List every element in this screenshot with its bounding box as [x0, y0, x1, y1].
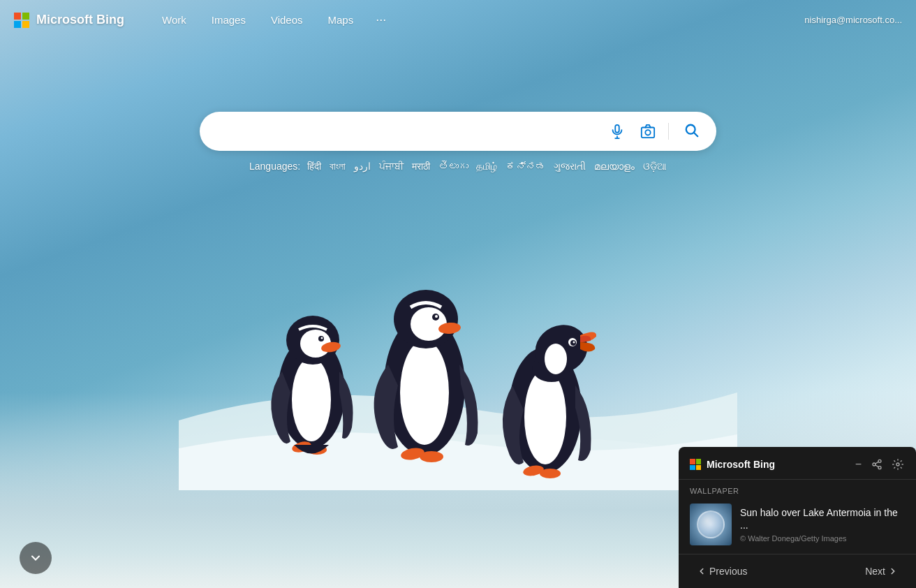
lang-punjabi[interactable]: ਪੰਜਾਬੀ — [379, 161, 404, 172]
lang-kannada[interactable]: ಕನ್ನಡ — [505, 161, 545, 172]
svg-point-22 — [524, 369, 566, 464]
svg-line-37 — [694, 132, 698, 136]
svg-point-14 — [411, 307, 447, 341]
brand-name: Microsoft Bing — [36, 13, 124, 27]
lang-tamil[interactable]: தமிழ் — [476, 161, 497, 172]
search-divider — [668, 123, 669, 140]
lang-hindi[interactable]: हिंदी — [307, 161, 321, 172]
next-wallpaper-button[interactable]: Next — [858, 561, 905, 581]
info-card: Microsoft Bing − WALL — [679, 447, 916, 588]
nav-images[interactable]: Images — [202, 8, 256, 31]
languages-bar: Languages: हिंदी বাংলা اردو ਪੰਜਾਬੀ मराठी… — [249, 161, 667, 172]
chevron-left-icon — [697, 566, 707, 576]
wallpaper-title: Sun halo over Lake Antermoia in the ... — [740, 506, 905, 531]
lang-odia[interactable]: ଓଡ଼ିଆ — [643, 161, 667, 172]
image-search-button[interactable] — [637, 121, 658, 142]
lang-urdu[interactable]: اردو — [354, 161, 371, 172]
voice-search-button[interactable] — [607, 121, 628, 142]
logo-yellow — [22, 21, 29, 28]
info-card-settings-button[interactable] — [891, 457, 905, 471]
svg-point-2 — [292, 358, 331, 441]
share-icon — [871, 459, 882, 470]
nav-videos[interactable]: Videos — [261, 8, 313, 31]
lang-gujarati[interactable]: ગુજરાતી — [554, 161, 586, 172]
svg-point-12 — [400, 340, 449, 445]
wallpaper-info: Sun halo over Lake Antermoia in the ... … — [679, 499, 916, 554]
lang-marathi[interactable]: मराठी — [412, 161, 430, 172]
microsoft-logo — [14, 13, 29, 28]
previous-button-label: Previous — [709, 566, 747, 577]
lang-telugu[interactable]: తెలుగు — [438, 161, 468, 172]
svg-point-30 — [540, 469, 561, 478]
scroll-down-button[interactable] — [20, 542, 52, 574]
svg-point-35 — [645, 130, 650, 135]
nav-more-button[interactable]: ··· — [369, 8, 393, 31]
svg-point-28 — [573, 341, 575, 344]
search-input[interactable] — [211, 124, 607, 139]
svg-point-17 — [435, 315, 438, 318]
info-card-minimize-button[interactable]: − — [854, 457, 863, 472]
next-button-label: Next — [865, 566, 885, 577]
minimize-icon: − — [855, 458, 862, 471]
svg-rect-34 — [642, 128, 654, 138]
wallpaper-thumb-inner — [697, 510, 725, 538]
info-card-logo — [690, 459, 701, 470]
languages-label: Languages: — [249, 161, 300, 172]
search-area: Languages: हिंदी বাংলা اردو ਪੰਜਾਬੀ मराठी… — [200, 112, 716, 172]
wallpaper-credit: © Walter Donega/Getty Images — [740, 534, 905, 543]
wallpaper-section-label: WALLPAPER — [679, 480, 916, 499]
info-card-share-button[interactable] — [870, 457, 884, 471]
search-icons — [607, 120, 705, 143]
gear-icon — [892, 459, 903, 470]
svg-point-20 — [420, 451, 443, 462]
lang-malayalam[interactable]: മലയാളം — [594, 161, 635, 172]
user-email[interactable]: nishirga@microsoft.co... — [804, 15, 902, 25]
svg-point-7 — [321, 337, 323, 339]
info-card-header: Microsoft Bing − — [679, 447, 916, 480]
logo-blue — [14, 21, 21, 28]
main-nav: Work Images Videos Maps ··· — [152, 8, 804, 31]
logo-red — [14, 13, 21, 20]
wallpaper-text: Sun halo over Lake Antermoia in the ... … — [740, 506, 905, 543]
previous-wallpaper-button[interactable]: Previous — [690, 561, 754, 581]
ic-logo-red — [690, 459, 695, 464]
wallpaper-thumbnail[interactable] — [690, 504, 732, 545]
nav-maps[interactable]: Maps — [318, 8, 364, 31]
info-card-navigation: Previous Next — [679, 554, 916, 588]
svg-rect-31 — [615, 125, 619, 133]
search-box — [200, 112, 716, 151]
logo-green — [22, 13, 29, 20]
svg-point-25 — [545, 344, 567, 374]
logo-area[interactable]: Microsoft Bing — [14, 13, 124, 28]
hero-image — [0, 141, 916, 490]
chevron-down-icon — [29, 551, 43, 565]
svg-point-43 — [896, 463, 899, 466]
lang-bengali[interactable]: বাংলা — [330, 161, 346, 172]
search-submit-button[interactable] — [679, 120, 705, 143]
header: Microsoft Bing Work Images Videos Maps ·… — [0, 0, 916, 40]
info-card-actions: − — [854, 457, 905, 472]
info-card-brand-name: Microsoft Bing — [707, 459, 848, 470]
svg-line-41 — [876, 465, 879, 467]
ic-logo-yellow — [696, 465, 702, 471]
chevron-right-icon — [888, 566, 898, 576]
ic-logo-green — [696, 459, 702, 464]
nav-work[interactable]: Work — [152, 8, 196, 31]
ic-logo-blue — [690, 465, 695, 471]
svg-line-42 — [876, 462, 879, 464]
